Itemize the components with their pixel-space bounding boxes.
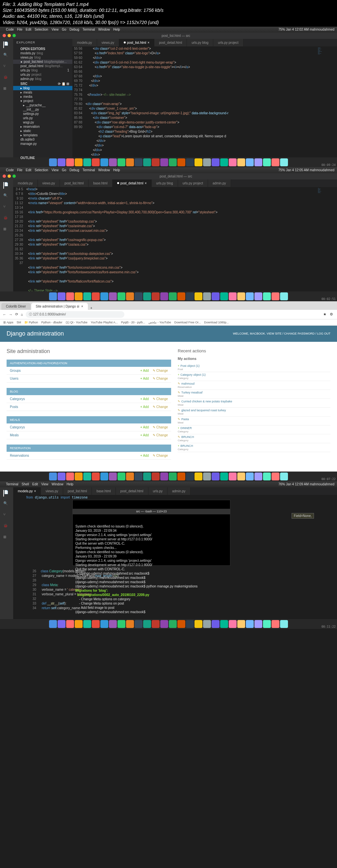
change-link[interactable]: Change: [153, 426, 168, 429]
dock-app-icon[interactable]: [75, 158, 82, 166]
tree-item[interactable]: ▸ static: [13, 129, 72, 133]
dock-app-icon[interactable]: [49, 472, 57, 480]
tree-item[interactable]: ▸ meals: [13, 90, 72, 94]
dock-app-icon[interactable]: [169, 158, 177, 166]
code-editor[interactable]: 55 56 57 58 59 60 61 62 63 64 65 66 67 6…: [72, 46, 337, 157]
tab[interactable]: admin.py: [208, 180, 231, 187]
bookmark[interactable]: Download Free Or...: [174, 321, 201, 324]
editor-item[interactable]: urls.py project: [13, 72, 72, 77]
git-icon[interactable]: ⑂: [3, 64, 10, 70]
dock-app-icon[interactable]: [255, 292, 262, 300]
tab[interactable]: urls.py: [148, 487, 168, 495]
dock-app-icon[interactable]: [271, 292, 279, 300]
dock-app-icon[interactable]: [83, 292, 91, 300]
browser-tab[interactable]: Site administration | Django si ×: [31, 303, 88, 310]
change-link[interactable]: Change: [153, 397, 168, 401]
dock-app-icon[interactable]: [212, 158, 220, 166]
dock-app-icon[interactable]: [109, 158, 117, 166]
dock-app-icon[interactable]: [280, 292, 288, 300]
dock-app-icon[interactable]: [135, 158, 142, 166]
model-link[interactable]: Categorys: [10, 426, 140, 429]
action-item[interactable]: +Category object (1)Category: [178, 372, 330, 381]
model-link[interactable]: Groups: [10, 369, 140, 372]
dock-app-icon[interactable]: [263, 158, 271, 166]
tree-item[interactable]: ▸ media: [13, 94, 72, 99]
bookmark[interactable]: SM: [17, 321, 22, 324]
tree-item[interactable]: ▸ templates: [13, 133, 72, 137]
dock-app-icon[interactable]: [117, 158, 125, 166]
tree-item[interactable]: ▸ reservation: [13, 124, 72, 129]
close-icon[interactable]: [3, 175, 6, 178]
explorer-icon[interactable]: 📄: [3, 41, 10, 48]
debug-icon[interactable]: 🐞: [3, 524, 10, 530]
tab[interactable]: post_list.html: [63, 487, 92, 495]
new-tab-button[interactable]: +: [89, 306, 95, 310]
minimize-icon[interactable]: [7, 34, 11, 37]
tab[interactable]: urls.py project: [178, 180, 208, 187]
action-item[interactable]: +Post object (1)Post: [178, 363, 330, 372]
editor-item[interactable]: urls.py blog1: [13, 68, 72, 72]
editor-item[interactable]: post_detail.html blog/templ...: [13, 64, 72, 68]
search-icon[interactable]: 🔍: [3, 193, 10, 200]
add-link[interactable]: Add: [140, 369, 149, 372]
action-item[interactable]: ✎Curried chicken & new potato traybakeMe…: [178, 399, 330, 408]
debug-icon[interactable]: 🐞: [3, 216, 10, 222]
dock-app-icon[interactable]: [177, 158, 185, 166]
explorer-icon[interactable]: 📄: [3, 182, 10, 189]
editor-item[interactable]: ● post_list.html blog/template...: [13, 60, 72, 64]
search-icon[interactable]: 🔍: [3, 53, 10, 59]
change-link[interactable]: Change: [153, 377, 168, 380]
dock-app-icon[interactable]: [58, 472, 66, 480]
bookmark[interactable]: ملخص - YouTube: [148, 321, 171, 324]
dock-app-icon[interactable]: [169, 292, 177, 300]
dock-app-icon[interactable]: [49, 292, 57, 300]
model-link[interactable]: Meals: [10, 433, 140, 437]
dock-app-icon[interactable]: [100, 158, 108, 166]
minimap[interactable]: ▬▬▬▬▬▬▬▬▬▬▬▬▬▬▬▬▬▬▬▬▬▬▬▬▬▬▬▬▬▬▬▬▬▬▬▬▬▬▬▬: [317, 46, 337, 157]
code-editor[interactable]: 3 4 5 6 7 8 9 10 11 12 13 14 15 16 17 18…: [13, 187, 337, 291]
explorer-icon[interactable]: 📄: [3, 490, 10, 497]
dock-app-icon[interactable]: [135, 472, 142, 480]
extensions-icon[interactable]: ⊞: [3, 86, 10, 93]
dock-app-icon[interactable]: [92, 472, 100, 480]
dock-app-icon[interactable]: [195, 472, 202, 480]
add-link[interactable]: Add: [140, 454, 149, 457]
dock-app-icon[interactable]: [117, 292, 125, 300]
dock-app-icon[interactable]: [66, 472, 74, 480]
dock-app-icon[interactable]: [135, 292, 142, 300]
model-link[interactable]: Categorys: [10, 397, 140, 401]
change-link[interactable]: Change: [153, 405, 168, 409]
tab[interactable]: post_list.html ×: [119, 39, 154, 46]
dock-app-icon[interactable]: [160, 158, 168, 166]
bookmark[interactable]: 📁 Python: [24, 321, 38, 324]
dock-app-icon[interactable]: [186, 158, 194, 166]
ext-icon[interactable]: ★: [323, 312, 328, 317]
action-item[interactable]: ✎Turkey meatloafMeal: [178, 390, 330, 399]
action-item[interactable]: +BRUNCHCategory: [178, 443, 330, 452]
dock-app-icon[interactable]: [66, 620, 74, 628]
dock-app-icon[interactable]: [49, 158, 57, 166]
action-item[interactable]: ✎BRUNCHCategory: [178, 434, 330, 443]
maximize-icon[interactable]: [12, 175, 16, 178]
forward-icon[interactable]: →: [9, 312, 12, 316]
tree-item[interactable]: __init__.py: [13, 107, 72, 112]
dock-app-icon[interactable]: [152, 158, 160, 166]
dock-app-icon[interactable]: [58, 620, 66, 628]
dock-app-icon[interactable]: [263, 292, 271, 300]
change-link[interactable]: Change: [153, 454, 168, 457]
dock-app-icon[interactable]: [195, 158, 202, 166]
search-icon[interactable]: 🔍: [3, 501, 10, 508]
dock-app-icon[interactable]: [177, 472, 185, 480]
dock-app-icon[interactable]: [237, 620, 245, 628]
tab[interactable]: models.py ×: [13, 487, 41, 495]
dock-app-icon[interactable]: [229, 292, 237, 300]
dock-app-icon[interactable]: [83, 158, 91, 166]
dock-app-icon[interactable]: [152, 292, 160, 300]
dock-app-icon[interactable]: [100, 292, 108, 300]
dock-app-icon[interactable]: [92, 292, 100, 300]
tab[interactable]: base.html: [92, 487, 115, 495]
dock-app-icon[interactable]: [280, 158, 288, 166]
tree-item[interactable]: urls.py: [13, 116, 72, 120]
tree-item[interactable]: settings.py: [13, 112, 72, 116]
dock-app-icon[interactable]: [203, 472, 211, 480]
